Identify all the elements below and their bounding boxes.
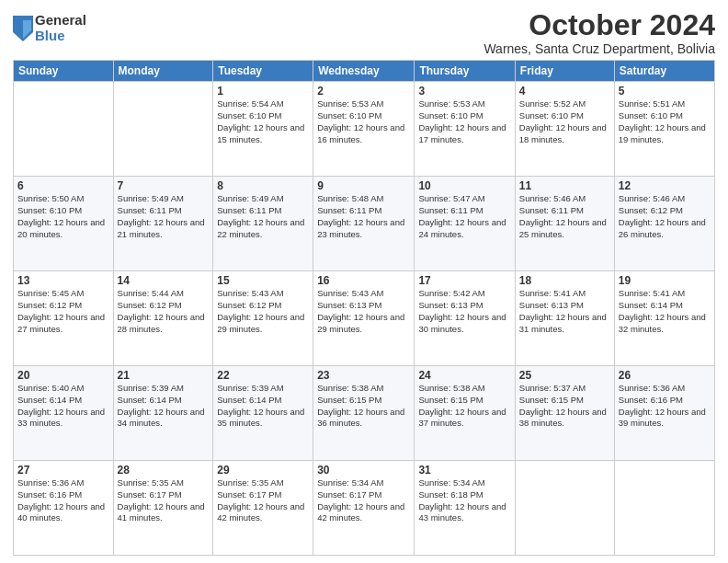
- calendar-cell: 5Sunrise: 5:51 AM Sunset: 6:10 PM Daylig…: [614, 82, 714, 177]
- day-number: 15: [217, 274, 309, 287]
- day-number: 11: [519, 179, 610, 192]
- calendar-cell: 14Sunrise: 5:44 AM Sunset: 6:12 PM Dayli…: [113, 271, 213, 366]
- day-number: 23: [317, 369, 410, 382]
- day-of-week-header: Thursday: [415, 61, 515, 82]
- day-info: Sunrise: 5:39 AM Sunset: 6:14 PM Dayligh…: [118, 383, 210, 430]
- day-of-week-header: Saturday: [614, 61, 714, 82]
- calendar-table: SundayMondayTuesdayWednesdayThursdayFrid…: [13, 60, 715, 556]
- calendar-cell: 23Sunrise: 5:38 AM Sunset: 6:15 PM Dayli…: [313, 366, 415, 461]
- calendar-cell: 12Sunrise: 5:46 AM Sunset: 6:12 PM Dayli…: [614, 177, 714, 271]
- day-info: Sunrise: 5:41 AM Sunset: 6:14 PM Dayligh…: [619, 288, 711, 335]
- calendar-cell: 21Sunrise: 5:39 AM Sunset: 6:14 PM Dayli…: [113, 366, 213, 461]
- day-number: 19: [619, 274, 711, 287]
- day-info: Sunrise: 5:53 AM Sunset: 6:10 PM Dayligh…: [418, 98, 510, 145]
- calendar-cell: 3Sunrise: 5:53 AM Sunset: 6:10 PM Daylig…: [415, 82, 515, 177]
- day-number: 17: [418, 274, 510, 287]
- day-info: Sunrise: 5:36 AM Sunset: 6:16 PM Dayligh…: [619, 383, 711, 430]
- calendar-week-row: 20Sunrise: 5:40 AM Sunset: 6:14 PM Dayli…: [14, 366, 715, 461]
- calendar-week-row: 27Sunrise: 5:36 AM Sunset: 6:16 PM Dayli…: [14, 461, 715, 556]
- day-info: Sunrise: 5:37 AM Sunset: 6:15 PM Dayligh…: [519, 383, 610, 430]
- day-number: 26: [619, 369, 711, 382]
- day-info: Sunrise: 5:45 AM Sunset: 6:12 PM Dayligh…: [17, 288, 109, 335]
- calendar-cell: 30Sunrise: 5:34 AM Sunset: 6:17 PM Dayli…: [313, 461, 415, 556]
- day-number: 24: [418, 369, 510, 382]
- day-info: Sunrise: 5:40 AM Sunset: 6:14 PM Dayligh…: [17, 383, 109, 430]
- day-number: 30: [317, 464, 410, 477]
- day-number: 18: [519, 274, 610, 287]
- calendar-cell: 22Sunrise: 5:39 AM Sunset: 6:14 PM Dayli…: [213, 366, 313, 461]
- day-number: 10: [418, 179, 510, 192]
- day-number: 21: [118, 369, 210, 382]
- day-info: Sunrise: 5:41 AM Sunset: 6:13 PM Dayligh…: [519, 288, 610, 335]
- location-subtitle: Warnes, Santa Cruz Department, Bolivia: [483, 41, 715, 56]
- day-number: 9: [317, 179, 410, 192]
- day-info: Sunrise: 5:39 AM Sunset: 6:14 PM Dayligh…: [217, 383, 309, 430]
- day-number: 4: [519, 85, 610, 98]
- logo: General Blue: [13, 13, 86, 43]
- calendar-cell: 31Sunrise: 5:34 AM Sunset: 6:18 PM Dayli…: [415, 461, 515, 556]
- day-number: 22: [217, 369, 309, 382]
- calendar-cell: 8Sunrise: 5:49 AM Sunset: 6:11 PM Daylig…: [213, 177, 313, 271]
- day-number: 31: [418, 464, 510, 477]
- day-number: 14: [118, 274, 210, 287]
- header: General Blue October 2024 Warnes, Santa …: [13, 9, 715, 56]
- calendar-cell: 19Sunrise: 5:41 AM Sunset: 6:14 PM Dayli…: [614, 271, 714, 366]
- day-info: Sunrise: 5:47 AM Sunset: 6:11 PM Dayligh…: [418, 193, 510, 240]
- logo-icon: [13, 16, 33, 41]
- calendar-cell: 2Sunrise: 5:53 AM Sunset: 6:10 PM Daylig…: [313, 82, 415, 177]
- logo-blue: Blue: [35, 29, 86, 44]
- day-info: Sunrise: 5:51 AM Sunset: 6:10 PM Dayligh…: [619, 98, 711, 145]
- calendar-cell: 7Sunrise: 5:49 AM Sunset: 6:11 PM Daylig…: [113, 177, 213, 271]
- title-block: October 2024 Warnes, Santa Cruz Departme…: [483, 9, 715, 56]
- calendar-cell: 16Sunrise: 5:43 AM Sunset: 6:13 PM Dayli…: [313, 271, 415, 366]
- day-number: 5: [619, 85, 711, 98]
- day-info: Sunrise: 5:54 AM Sunset: 6:10 PM Dayligh…: [217, 98, 309, 145]
- calendar-cell: 11Sunrise: 5:46 AM Sunset: 6:11 PM Dayli…: [515, 177, 614, 271]
- day-info: Sunrise: 5:52 AM Sunset: 6:10 PM Dayligh…: [519, 98, 610, 145]
- calendar-cell: 15Sunrise: 5:43 AM Sunset: 6:12 PM Dayli…: [213, 271, 313, 366]
- logo-general: General: [35, 13, 86, 29]
- calendar-week-row: 1Sunrise: 5:54 AM Sunset: 6:10 PM Daylig…: [14, 82, 715, 177]
- day-info: Sunrise: 5:43 AM Sunset: 6:13 PM Dayligh…: [317, 288, 410, 335]
- day-info: Sunrise: 5:46 AM Sunset: 6:11 PM Dayligh…: [519, 193, 610, 240]
- calendar-cell: 24Sunrise: 5:38 AM Sunset: 6:15 PM Dayli…: [415, 366, 515, 461]
- calendar-cell: 26Sunrise: 5:36 AM Sunset: 6:16 PM Dayli…: [614, 366, 714, 461]
- month-title: October 2024: [483, 9, 715, 41]
- day-number: 16: [317, 274, 410, 287]
- day-info: Sunrise: 5:35 AM Sunset: 6:17 PM Dayligh…: [217, 477, 309, 524]
- day-number: 28: [118, 464, 210, 477]
- calendar-cell: 4Sunrise: 5:52 AM Sunset: 6:10 PM Daylig…: [515, 82, 614, 177]
- calendar-week-row: 6Sunrise: 5:50 AM Sunset: 6:10 PM Daylig…: [14, 177, 715, 271]
- calendar-cell: [113, 82, 213, 177]
- calendar-week-row: 13Sunrise: 5:45 AM Sunset: 6:12 PM Dayli…: [14, 271, 715, 366]
- day-info: Sunrise: 5:44 AM Sunset: 6:12 PM Dayligh…: [118, 288, 210, 335]
- day-info: Sunrise: 5:36 AM Sunset: 6:16 PM Dayligh…: [17, 477, 109, 524]
- day-of-week-header: Sunday: [14, 61, 114, 82]
- day-number: 27: [17, 464, 109, 477]
- calendar-cell: 20Sunrise: 5:40 AM Sunset: 6:14 PM Dayli…: [14, 366, 114, 461]
- day-info: Sunrise: 5:38 AM Sunset: 6:15 PM Dayligh…: [418, 383, 510, 430]
- calendar-cell: [14, 82, 114, 177]
- day-number: 12: [619, 179, 711, 192]
- day-info: Sunrise: 5:34 AM Sunset: 6:18 PM Dayligh…: [418, 477, 510, 524]
- calendar-cell: 10Sunrise: 5:47 AM Sunset: 6:11 PM Dayli…: [415, 177, 515, 271]
- day-of-week-header: Monday: [113, 61, 213, 82]
- day-number: 13: [17, 274, 109, 287]
- day-info: Sunrise: 5:43 AM Sunset: 6:12 PM Dayligh…: [217, 288, 309, 335]
- calendar-cell: 25Sunrise: 5:37 AM Sunset: 6:15 PM Dayli…: [515, 366, 614, 461]
- day-of-week-header: Wednesday: [313, 61, 415, 82]
- day-of-week-header: Tuesday: [213, 61, 313, 82]
- calendar-cell: 27Sunrise: 5:36 AM Sunset: 6:16 PM Dayli…: [14, 461, 114, 556]
- day-info: Sunrise: 5:49 AM Sunset: 6:11 PM Dayligh…: [217, 193, 309, 240]
- day-number: 8: [217, 179, 309, 192]
- calendar-header-row: SundayMondayTuesdayWednesdayThursdayFrid…: [14, 61, 715, 82]
- calendar-cell: 28Sunrise: 5:35 AM Sunset: 6:17 PM Dayli…: [113, 461, 213, 556]
- day-info: Sunrise: 5:35 AM Sunset: 6:17 PM Dayligh…: [118, 477, 210, 524]
- day-info: Sunrise: 5:34 AM Sunset: 6:17 PM Dayligh…: [317, 477, 410, 524]
- day-info: Sunrise: 5:38 AM Sunset: 6:15 PM Dayligh…: [317, 383, 410, 430]
- calendar-cell: 9Sunrise: 5:48 AM Sunset: 6:11 PM Daylig…: [313, 177, 415, 271]
- day-info: Sunrise: 5:46 AM Sunset: 6:12 PM Dayligh…: [619, 193, 711, 240]
- calendar-cell: 1Sunrise: 5:54 AM Sunset: 6:10 PM Daylig…: [213, 82, 313, 177]
- calendar-cell: 17Sunrise: 5:42 AM Sunset: 6:13 PM Dayli…: [415, 271, 515, 366]
- calendar-cell: [515, 461, 614, 556]
